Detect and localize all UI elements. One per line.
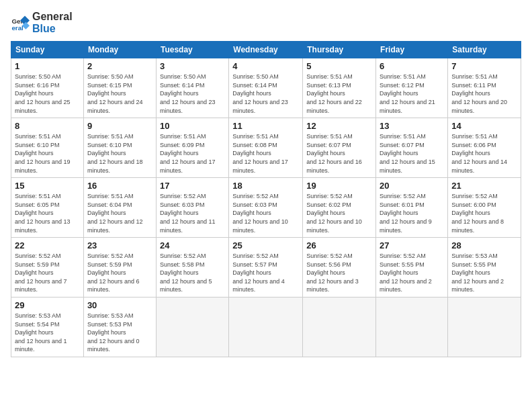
- calendar-cell-day-29: 29 Sunrise: 5:53 AM Sunset: 5:54 PM Dayl…: [11, 298, 84, 357]
- calendar-cell-day-22: 22 Sunrise: 5:52 AM Sunset: 5:59 PM Dayl…: [11, 238, 84, 298]
- day-number: 14: [451, 121, 517, 131]
- day-number: 13: [380, 121, 444, 131]
- day-info: Sunrise: 5:52 AM Sunset: 5:56 PM Dayligh…: [306, 252, 372, 294]
- calendar-week-4: 22 Sunrise: 5:52 AM Sunset: 5:59 PM Dayl…: [11, 238, 521, 298]
- calendar-cell-day-20: 20 Sunrise: 5:52 AM Sunset: 6:01 PM Dayl…: [376, 178, 448, 238]
- day-info: Sunrise: 5:52 AM Sunset: 6:00 PM Dayligh…: [451, 192, 517, 234]
- day-info: Sunrise: 5:52 AM Sunset: 6:03 PM Dayligh…: [232, 192, 299, 234]
- calendar-cell-day-21: 21 Sunrise: 5:52 AM Sunset: 6:00 PM Dayl…: [448, 178, 521, 238]
- calendar-header-thursday: Thursday: [303, 42, 376, 58]
- day-info: Sunrise: 5:52 AM Sunset: 5:59 PM Dayligh…: [87, 252, 152, 294]
- calendar-cell-day-2: 2 Sunrise: 5:50 AM Sunset: 6:15 PM Dayli…: [83, 58, 156, 118]
- day-number: 5: [306, 61, 372, 71]
- calendar-cell-day-27: 27 Sunrise: 5:52 AM Sunset: 5:55 PM Dayl…: [376, 238, 448, 298]
- day-info: Sunrise: 5:50 AM Sunset: 6:16 PM Dayligh…: [15, 73, 80, 115]
- day-info: Sunrise: 5:50 AM Sunset: 6:14 PM Dayligh…: [160, 73, 225, 115]
- day-info: Sunrise: 5:51 AM Sunset: 6:08 PM Dayligh…: [232, 132, 299, 175]
- day-number: 9: [87, 121, 152, 131]
- calendar-cell-day-8: 8 Sunrise: 5:51 AM Sunset: 6:10 PM Dayli…: [11, 118, 84, 178]
- day-number: 6: [380, 61, 444, 71]
- day-info: Sunrise: 5:51 AM Sunset: 6:12 PM Dayligh…: [380, 73, 444, 115]
- calendar-cell-day-26: 26 Sunrise: 5:52 AM Sunset: 5:56 PM Dayl…: [303, 238, 376, 298]
- calendar-header-monday: Monday: [83, 42, 156, 58]
- day-info: Sunrise: 5:52 AM Sunset: 5:57 PM Dayligh…: [232, 252, 299, 294]
- calendar-week-2: 8 Sunrise: 5:51 AM Sunset: 6:10 PM Dayli…: [11, 118, 521, 178]
- calendar-cell-empty: [156, 298, 228, 357]
- day-number: 16: [87, 181, 152, 191]
- svg-text:eral: eral: [11, 24, 24, 32]
- day-number: 28: [451, 240, 517, 250]
- day-number: 8: [15, 121, 80, 131]
- calendar-cell-day-3: 3 Sunrise: 5:50 AM Sunset: 6:14 PM Dayli…: [156, 58, 228, 118]
- calendar-cell-day-25: 25 Sunrise: 5:52 AM Sunset: 5:57 PM Dayl…: [229, 238, 303, 298]
- day-info: Sunrise: 5:53 AM Sunset: 5:54 PM Dayligh…: [15, 312, 80, 354]
- calendar-week-1: 1 Sunrise: 5:50 AM Sunset: 6:16 PM Dayli…: [11, 58, 521, 118]
- day-number: 4: [232, 61, 299, 71]
- day-number: 19: [306, 181, 372, 191]
- day-number: 15: [15, 181, 80, 191]
- day-info: Sunrise: 5:53 AM Sunset: 5:53 PM Dayligh…: [87, 312, 152, 354]
- day-number: 27: [380, 240, 444, 250]
- calendar-week-5: 29 Sunrise: 5:53 AM Sunset: 5:54 PM Dayl…: [11, 298, 521, 357]
- calendar-header-row: SundayMondayTuesdayWednesdayThursdayFrid…: [11, 42, 521, 58]
- calendar-cell-empty: [448, 298, 521, 357]
- calendar-week-3: 15 Sunrise: 5:51 AM Sunset: 6:05 PM Dayl…: [11, 178, 521, 238]
- day-number: 29: [15, 300, 80, 310]
- day-number: 7: [451, 61, 517, 71]
- calendar-cell-day-16: 16 Sunrise: 5:51 AM Sunset: 6:04 PM Dayl…: [83, 178, 156, 238]
- calendar-cell-empty: [376, 298, 448, 357]
- calendar-header-tuesday: Tuesday: [156, 42, 228, 58]
- calendar-cell-day-30: 30 Sunrise: 5:53 AM Sunset: 5:53 PM Dayl…: [83, 298, 156, 357]
- calendar-cell-day-5: 5 Sunrise: 5:51 AM Sunset: 6:13 PM Dayli…: [303, 58, 376, 118]
- day-number: 11: [232, 121, 299, 131]
- day-info: Sunrise: 5:51 AM Sunset: 6:10 PM Dayligh…: [87, 132, 152, 175]
- calendar-body: 1 Sunrise: 5:50 AM Sunset: 6:16 PM Dayli…: [11, 58, 521, 357]
- day-info: Sunrise: 5:51 AM Sunset: 6:06 PM Dayligh…: [451, 132, 517, 175]
- day-info: Sunrise: 5:51 AM Sunset: 6:04 PM Dayligh…: [87, 192, 152, 234]
- logo: Gen eral General Blue: [11, 11, 73, 34]
- day-info: Sunrise: 5:51 AM Sunset: 6:05 PM Dayligh…: [15, 192, 80, 234]
- day-number: 18: [232, 181, 299, 191]
- calendar-cell-day-17: 17 Sunrise: 5:52 AM Sunset: 6:03 PM Dayl…: [156, 178, 228, 238]
- day-info: Sunrise: 5:51 AM Sunset: 6:09 PM Dayligh…: [160, 132, 225, 175]
- calendar-header-sunday: Sunday: [11, 42, 84, 58]
- day-info: Sunrise: 5:52 AM Sunset: 6:03 PM Dayligh…: [160, 192, 225, 234]
- day-number: 20: [380, 181, 444, 191]
- day-info: Sunrise: 5:52 AM Sunset: 5:59 PM Dayligh…: [15, 252, 80, 294]
- day-info: Sunrise: 5:52 AM Sunset: 6:01 PM Dayligh…: [380, 192, 444, 234]
- calendar-cell-empty: [303, 298, 376, 357]
- calendar-cell-day-12: 12 Sunrise: 5:51 AM Sunset: 6:07 PM Dayl…: [303, 118, 376, 178]
- calendar-table: SundayMondayTuesdayWednesdayThursdayFrid…: [11, 41, 521, 357]
- calendar-header-friday: Friday: [376, 42, 448, 58]
- day-number: 22: [15, 240, 80, 250]
- day-info: Sunrise: 5:50 AM Sunset: 6:14 PM Dayligh…: [232, 73, 299, 115]
- logo-icon: Gen eral: [11, 13, 30, 32]
- calendar-cell-day-15: 15 Sunrise: 5:51 AM Sunset: 6:05 PM Dayl…: [11, 178, 84, 238]
- day-number: 3: [160, 61, 225, 71]
- day-number: 1: [15, 61, 80, 71]
- calendar-cell-day-19: 19 Sunrise: 5:52 AM Sunset: 6:02 PM Dayl…: [303, 178, 376, 238]
- day-info: Sunrise: 5:51 AM Sunset: 6:07 PM Dayligh…: [380, 132, 444, 175]
- day-info: Sunrise: 5:52 AM Sunset: 6:02 PM Dayligh…: [306, 192, 372, 234]
- day-number: 24: [160, 240, 225, 250]
- day-number: 10: [160, 121, 225, 131]
- calendar-cell-day-4: 4 Sunrise: 5:50 AM Sunset: 6:14 PM Dayli…: [229, 58, 303, 118]
- day-number: 2: [87, 61, 152, 71]
- calendar-cell-day-13: 13 Sunrise: 5:51 AM Sunset: 6:07 PM Dayl…: [376, 118, 448, 178]
- day-number: 23: [87, 240, 152, 250]
- calendar-cell-day-9: 9 Sunrise: 5:51 AM Sunset: 6:10 PM Dayli…: [83, 118, 156, 178]
- calendar-cell-day-14: 14 Sunrise: 5:51 AM Sunset: 6:06 PM Dayl…: [448, 118, 521, 178]
- day-info: Sunrise: 5:50 AM Sunset: 6:15 PM Dayligh…: [87, 73, 152, 115]
- day-number: 17: [160, 181, 225, 191]
- calendar-cell-day-24: 24 Sunrise: 5:52 AM Sunset: 5:58 PM Dayl…: [156, 238, 228, 298]
- day-number: 26: [306, 240, 372, 250]
- day-number: 30: [87, 300, 152, 310]
- day-info: Sunrise: 5:51 AM Sunset: 6:10 PM Dayligh…: [15, 132, 80, 175]
- calendar-cell-day-6: 6 Sunrise: 5:51 AM Sunset: 6:12 PM Dayli…: [376, 58, 448, 118]
- day-info: Sunrise: 5:52 AM Sunset: 5:55 PM Dayligh…: [380, 252, 444, 294]
- calendar-cell-day-7: 7 Sunrise: 5:51 AM Sunset: 6:11 PM Dayli…: [448, 58, 521, 118]
- day-info: Sunrise: 5:53 AM Sunset: 5:55 PM Dayligh…: [451, 252, 517, 294]
- calendar-cell-day-1: 1 Sunrise: 5:50 AM Sunset: 6:16 PM Dayli…: [11, 58, 84, 118]
- calendar-cell-day-18: 18 Sunrise: 5:52 AM Sunset: 6:03 PM Dayl…: [229, 178, 303, 238]
- calendar-cell-day-11: 11 Sunrise: 5:51 AM Sunset: 6:08 PM Dayl…: [229, 118, 303, 178]
